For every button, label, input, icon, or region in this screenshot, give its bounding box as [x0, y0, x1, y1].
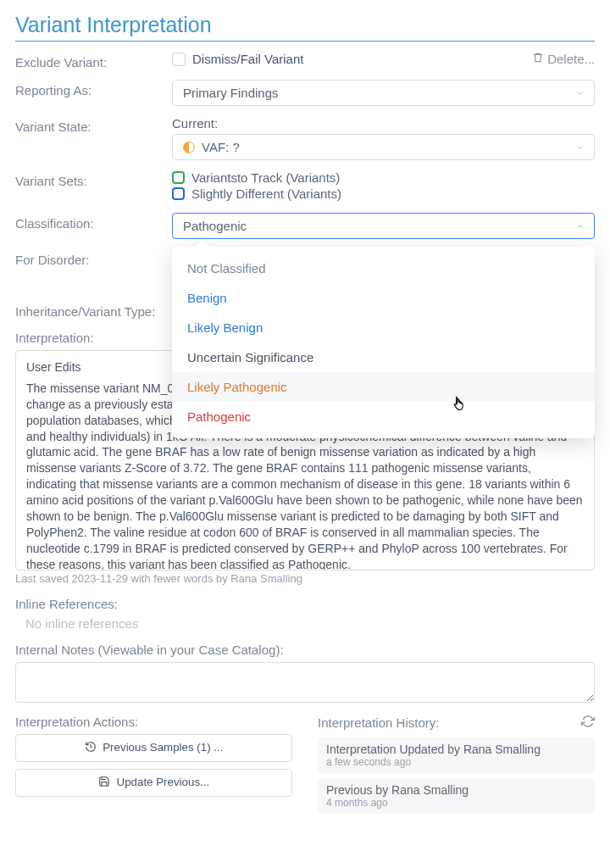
variant-state-select[interactable]: VAF: ? [172, 134, 595, 160]
previous-samples-label: Previous Samples (1) ... [103, 741, 223, 754]
classification-label: Classification: [15, 213, 172, 231]
save-icon [98, 776, 110, 790]
delete-label: Delete... [547, 52, 595, 66]
square-icon [172, 171, 185, 184]
square-icon [172, 187, 185, 200]
chevron-down-icon [575, 88, 585, 98]
history-item[interactable]: Previous by Rana Smalling4 months ago [318, 778, 595, 814]
classification-option[interactable]: Uncertain Significance [172, 342, 595, 372]
classification-select[interactable]: Pathogenic [172, 213, 595, 239]
dismiss-label: Dismiss/Fail Variant [192, 52, 303, 66]
history-item-when: a few seconds ago [326, 756, 586, 768]
history-item-title: Interpretation Updated by Rana Smalling [326, 743, 586, 756]
internal-notes-label: Internal Notes (Viewable in your Case Ca… [15, 643, 595, 657]
classification-option[interactable]: Likely Pathogenic [172, 372, 595, 402]
classification-option[interactable]: Pathogenic [172, 402, 595, 431]
variant-set-item[interactable]: Variantsto Track (Variants) [172, 170, 595, 185]
history-item-title: Previous by Rana Smalling [326, 783, 586, 797]
history-item[interactable]: Interpretation Updated by Rana Smallinga… [318, 737, 595, 773]
delete-button[interactable]: Delete... [532, 52, 595, 66]
reporting-as-label: Reporting As: [15, 80, 172, 97]
chevron-up-icon [575, 221, 585, 231]
reporting-as-select[interactable]: Primary Findings [172, 80, 595, 106]
interp-history-label: Interpretation History: [318, 715, 439, 730]
variant-state-value: VAF: ? [202, 140, 240, 154]
current-label: Current: [172, 116, 595, 131]
classification-option[interactable]: Benign [172, 283, 595, 313]
last-saved-note: Last saved 2023-11-29 with fewer words b… [15, 572, 595, 585]
dismiss-checkbox[interactable] [172, 53, 186, 66]
classification-option[interactable]: Not Classified [172, 253, 595, 283]
history-item-when: 4 months ago [326, 797, 586, 809]
variant-set-item[interactable]: Slightly Different (Variants) [172, 186, 595, 201]
previous-samples-button[interactable]: Previous Samples (1) ... [15, 734, 292, 762]
classification-value: Pathogenic [183, 219, 247, 233]
classification-option[interactable]: Likely Benign [172, 313, 595, 342]
history-icon [85, 741, 97, 755]
reporting-as-value: Primary Findings [183, 86, 279, 100]
internal-notes-input[interactable] [15, 662, 595, 703]
variant-state-label: Variant State: [15, 116, 172, 134]
variant-set-label: Variantsto Track (Variants) [191, 170, 340, 185]
vaf-icon [183, 142, 195, 153]
update-previous-label: Update Previous... [117, 776, 210, 788]
no-inline-references: No inline references [15, 616, 595, 631]
inline-refs-label: Inline References: [15, 597, 595, 611]
page-title: Variant Interpretation [15, 13, 595, 42]
for-disorder-label: For Disorder: [15, 249, 172, 267]
variant-sets-label: Variant Sets: [15, 170, 172, 188]
update-previous-button[interactable]: Update Previous... [15, 769, 292, 797]
refresh-icon[interactable] [581, 715, 595, 731]
variant-set-label: Slightly Different (Variants) [191, 186, 341, 201]
classification-dropdown: Not ClassifiedBenignLikely BenignUncerta… [172, 247, 595, 438]
chevron-down-icon [575, 142, 585, 153]
inheritance-label: Inheritance/Variant Type: [15, 301, 155, 319]
trash-icon [532, 52, 544, 66]
exclude-variant-label: Exclude Variant: [15, 52, 172, 70]
interp-actions-label: Interpretation Actions: [15, 715, 292, 729]
